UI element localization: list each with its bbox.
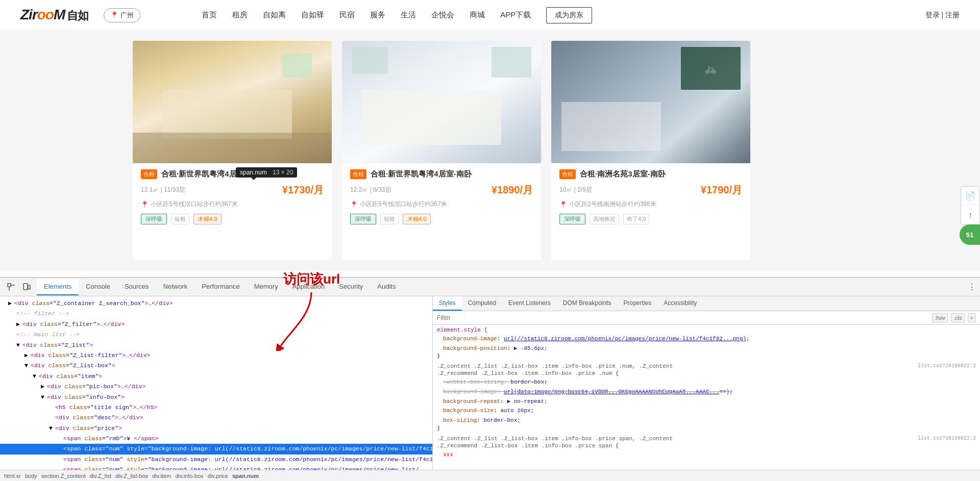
html-line-1[interactable]: ▶<div class="Z_container Z_search_box">……	[0, 298, 432, 309]
logo-text: ZirooM自如	[20, 7, 88, 23]
panel-up-icon[interactable]: ↑	[961, 206, 979, 224]
bg-image-link-2[interactable]: url(data:image/png;base64,iVBOR...OKGgoA…	[504, 389, 719, 395]
breadcrumb-body[interactable]: body	[25, 473, 37, 479]
html-line-selected[interactable]: <span class="num" style="background-imag…	[0, 444, 432, 454]
html-comment-main: <!-- main list -->	[0, 330, 432, 340]
become-landlord-button[interactable]: 成为房东	[546, 7, 592, 23]
breadcrumb-zlistbox[interactable]: div.Z_list-box	[115, 473, 148, 479]
listing-card-3[interactable]: 🚲 合租 合租·南洲名苑3居室-南卧 10㎡ | 2/9层 ¥1790/月 📍 …	[551, 41, 750, 260]
style-prop-bg-image: background-image: url(//static8.ziroom.c…	[437, 334, 976, 344]
styles-tab-styles[interactable]: Styles	[433, 296, 462, 311]
html-line-15[interactable]: <span class="num" style="background-imag…	[0, 465, 432, 470]
breadcrumb-item[interactable]: div.item	[152, 473, 171, 479]
tab-sources[interactable]: Sources	[117, 279, 156, 295]
breadcrumb-price[interactable]: div.price	[208, 473, 228, 479]
hov-button[interactable]: :hov	[932, 313, 948, 322]
html-line-8[interactable]: ▼<div class="info-box">	[0, 392, 432, 402]
listing-card-1[interactable]: 合租 合租·新世界凯粤湾4居室-南卧 12.1㎡ | 11/33层 ¥1730/…	[133, 41, 332, 260]
devtools-body: ▶<div class="Z_container Z_search_box">……	[0, 296, 980, 470]
breadcrumb-html[interactable]: html.sr	[4, 473, 21, 479]
html-line-4[interactable]: ▶<div class="Z_list-filter">…</div>	[0, 350, 432, 361]
styles-content: element.style { background-image: url(//…	[433, 325, 980, 470]
styles-tab-accessibility[interactable]: Accessibility	[657, 296, 703, 311]
tooltip-size: 13 × 20	[273, 169, 293, 176]
styles-tab-computed[interactable]: Computed	[462, 296, 502, 311]
breadcrumb-spannum[interactable]: span.num	[232, 473, 259, 479]
inspect-element-button[interactable]	[4, 280, 18, 294]
html-line-14[interactable]: <span class="num" style="background-imag…	[0, 454, 432, 465]
nav-home[interactable]: 首页	[202, 10, 217, 20]
cls-button[interactable]: .cls	[951, 313, 965, 322]
tab-console[interactable]: Console	[79, 279, 117, 295]
breadcrumb-infobox[interactable]: div.info-box	[175, 473, 203, 479]
main-content: 合租 合租·新世界凯粤湾4居室-南卧 12.1㎡ | 11/33层 ¥1730/…	[0, 31, 980, 270]
styles-filter-input[interactable]	[437, 314, 932, 321]
breadcrumb-zlist[interactable]: div.Z_list	[90, 473, 112, 479]
listing-area-floor-3: 10㎡ | 2/9层	[559, 186, 592, 194]
nav-rent[interactable]: 租房	[232, 10, 248, 20]
styles-tabs: Styles Computed Event Listeners DOM Brea…	[433, 296, 980, 311]
tag-mumian-2: 木棉4.0	[403, 214, 431, 224]
html-line-11[interactable]: ▼<div class="price">	[0, 423, 432, 434]
tag-duanzu-2: 短租	[380, 214, 399, 224]
style-source-1: list.css?20190822:2	[918, 363, 976, 369]
html-line-10[interactable]: <div class="desc">…</div>	[0, 413, 432, 423]
html-line-7[interactable]: ▶<div class="pic-box">…</div>	[0, 382, 432, 392]
nav-shangcheng[interactable]: 商城	[470, 10, 485, 20]
nav-minsu[interactable]: 民宿	[339, 10, 355, 20]
login-link[interactable]: 登录	[925, 11, 940, 19]
listing-tag-1: 合租	[141, 169, 157, 179]
device-toolbar-button[interactable]	[19, 280, 34, 294]
listing-card-2[interactable]: 合租 合租·新世界凯粤湾4居室-南卧 12.2㎡ | 6/33层 ¥1890/月…	[342, 41, 541, 260]
listing-price-1: ¥1730/月	[282, 183, 324, 197]
location-pin-icon-1: 📍	[141, 201, 149, 208]
styles-tab-event-listeners[interactable]: Event Listeners	[502, 296, 557, 311]
html-line-12[interactable]: <span class="rmb">¥ </span>	[0, 434, 432, 444]
breadcrumb-section[interactable]: section.Z_content	[41, 473, 86, 479]
nav-shenghuo[interactable]: 生活	[401, 10, 416, 20]
styles-tab-properties[interactable]: Properties	[617, 296, 657, 311]
nav-ziruoyi[interactable]: 自如驿	[301, 10, 324, 20]
location-pin-icon-2: 📍	[350, 201, 358, 208]
panel-doc-icon[interactable]: 📄	[961, 187, 979, 205]
register-link[interactable]: 注册	[945, 11, 960, 19]
listing-image-3: 🚲	[551, 41, 750, 163]
tab-network[interactable]: Network	[156, 279, 195, 295]
listing-tags-1: 深呼吸 短租 木棉4.0	[141, 214, 324, 224]
html-line-6[interactable]: ▼<div class="item">	[0, 371, 432, 382]
location-icon: 📍	[110, 11, 118, 19]
html-line-9[interactable]: <h5 class="title sign">…</h5>	[0, 402, 432, 413]
html-line-3[interactable]: ▼<div class="Z_list">	[0, 340, 432, 350]
tab-application[interactable]: Application	[285, 279, 332, 295]
tab-memory[interactable]: Memory	[247, 279, 285, 295]
elements-panel[interactable]: ▶<div class="Z_container Z_search_box">……	[0, 296, 433, 470]
style-rule-zlist3: .Z_content .Z_list .Z_list-box .item .in…	[437, 436, 976, 460]
listing-info-2: 合租 合租·新世界凯粤湾4居室-南卧 12.2㎡ | 6/33层 ¥1890/月…	[342, 163, 541, 231]
nav-app[interactable]: APP下载	[500, 10, 531, 20]
right-panel-icons: 📄 ↑	[961, 186, 980, 225]
city-button[interactable]: 📍 广州	[104, 8, 140, 22]
devtools-more-options[interactable]: ⋮	[968, 282, 976, 292]
add-style-button[interactable]: +	[968, 313, 976, 322]
tab-performance[interactable]: Performance	[194, 279, 247, 295]
nav-ziruoli[interactable]: 自如离	[263, 10, 286, 20]
style-prop-bg-size: background-size: auto 20px;	[437, 406, 976, 416]
style-prop-box-sizing: box-sizing: border-box;	[437, 416, 976, 425]
logo: ZirooM自如	[20, 7, 88, 23]
style-selector-zlist: .Z_content .Z_list .Z_list-box .item .in…	[437, 363, 976, 369]
svg-rect-3	[23, 284, 28, 290]
listing-location-1: 📍 小区距5号线滘口站步行约367米	[141, 200, 324, 209]
devtools-top-bar: Elements Console Sources Network Perform…	[0, 278, 980, 296]
tab-elements[interactable]: Elements	[37, 279, 79, 295]
html-line-5[interactable]: ▼<div class="Z_list-box">	[0, 361, 432, 371]
nav-qiyuehui[interactable]: 企悦会	[431, 10, 454, 20]
bg-image-link-1[interactable]: url(//static8.ziroom.com/phoenix/pc/imag…	[504, 336, 746, 342]
tab-security[interactable]: Security	[332, 279, 370, 295]
style-selector-zlist4: .Z_recommend .Z_list-box .item .info-box…	[437, 443, 976, 449]
nav-fuwu[interactable]: 服务	[370, 10, 385, 20]
style-rule-element: element.style { background-image: url(//…	[437, 327, 976, 359]
html-line-2[interactable]: ▶<div class="Z_filter">…</div>	[0, 319, 432, 330]
span-num-tooltip: span.num 13 × 20	[236, 167, 297, 178]
tab-audits[interactable]: Audits	[370, 279, 403, 295]
styles-tab-dom-breakpoints[interactable]: DOM Breakpoints	[557, 296, 618, 311]
